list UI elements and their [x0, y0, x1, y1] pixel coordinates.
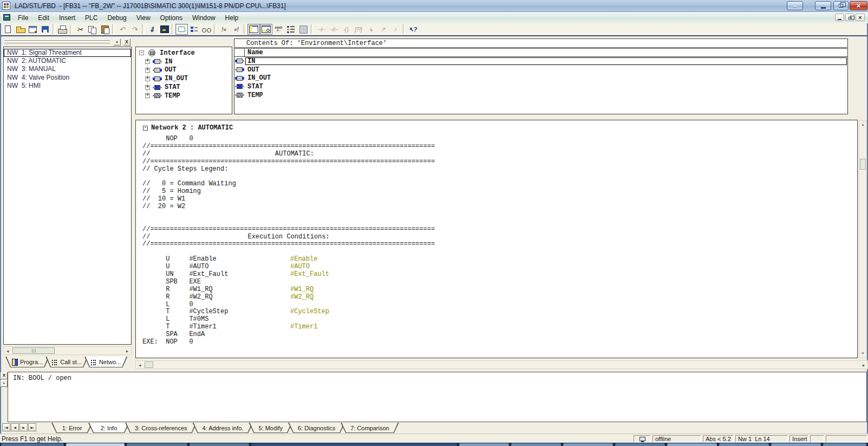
close-branch-icon[interactable]: ↱	[377, 24, 389, 35]
code-line[interactable]: R #W2_RQ#W2_RQ	[136, 293, 857, 301]
nav-next-tab[interactable]: ▶	[19, 423, 28, 431]
editor-vscrollbar[interactable]: ▲ ▼	[859, 120, 867, 358]
symbolic-representation-icon[interactable]: HHO ⊦--	[272, 24, 285, 35]
taskbar-button[interactable]	[771, 443, 821, 446]
network-overview-icon[interactable]	[297, 24, 310, 35]
tree-item-interface[interactable]: - Interface	[139, 49, 232, 57]
code-line[interactable]: EXE: NOP 0	[136, 338, 857, 346]
code-line[interactable]: //======================================…	[136, 143, 857, 150]
code-line[interactable]: L 0	[136, 301, 857, 308]
network-item-2[interactable]: NW 2: AUTOMATIC	[4, 57, 131, 65]
detail-close-button[interactable]: x	[1, 372, 8, 379]
menu-options[interactable]: Options	[155, 13, 187, 23]
editor-hscrollbar[interactable]: ◀ ▶	[135, 360, 868, 369]
help-cursor-icon[interactable]: ↖?	[407, 24, 419, 35]
menu-view[interactable]: View	[132, 13, 155, 23]
taskbar-button[interactable]	[190, 443, 249, 446]
code-line[interactable]: //======================================…	[136, 240, 857, 248]
code-line[interactable]: UN #Ext_Fault#Ext_Fault	[136, 270, 857, 278]
taskbar-button[interactable]	[511, 443, 561, 446]
code-line[interactable]	[136, 248, 857, 255]
code-line[interactable]: NOP 0	[136, 135, 857, 143]
tab-program-elements[interactable]: Progra...	[5, 357, 49, 367]
scroll-right-icon[interactable]: ▶	[860, 361, 867, 369]
redo-icon[interactable]: ↷	[128, 24, 141, 35]
code-line[interactable]: SPB EXE	[136, 278, 857, 286]
code-line[interactable]: // AUTOMATIC:	[136, 150, 857, 158]
row-temp[interactable]: TEMP	[234, 91, 847, 100]
environment-toggle-icon[interactable]	[175, 24, 188, 35]
code-line[interactable]	[136, 218, 857, 225]
panel-close-button[interactable]: x	[123, 38, 130, 46]
code-line[interactable]: // 0 = Command Waiting	[136, 180, 857, 188]
tree-item-in-out[interactable]: + IN_OUT	[145, 74, 232, 83]
taskbar-button[interactable]	[615, 443, 665, 446]
menu-window[interactable]: Window	[187, 13, 220, 23]
tree-item-stat[interactable]: + STAT	[145, 83, 232, 92]
open-icon[interactable]	[14, 24, 27, 35]
stl-code-editor[interactable]: - Network 2 : AUTOMATIC NOP 0 //========…	[135, 120, 858, 358]
taskbar-button[interactable]	[459, 443, 509, 446]
scrollbar-thumb[interactable]	[860, 159, 866, 170]
network-item-1[interactable]: NW 1: Signal Threatment	[4, 49, 131, 57]
open-online-icon[interactable]	[27, 24, 39, 35]
contact-nc-icon[interactable]: ⊣/⊢	[327, 24, 340, 35]
save-icon[interactable]	[39, 24, 51, 35]
close-button[interactable]: ×	[850, 1, 867, 10]
code-line[interactable]: //======================================…	[136, 225, 857, 233]
next-error-icon[interactable]: »!	[230, 24, 243, 35]
expand-icon[interactable]: +	[145, 85, 150, 90]
new-icon[interactable]	[2, 24, 14, 35]
taskbar-button[interactable]	[719, 443, 769, 446]
view-declaration-icon[interactable]	[247, 24, 260, 35]
taskbar-button[interactable]	[667, 443, 717, 446]
network-list-hscrollbar[interactable]: ◀ ▶	[3, 346, 132, 355]
network-item-3[interactable]: NW 3: MANUAL	[4, 65, 131, 73]
nav-previous-tab[interactable]: ◀	[11, 423, 19, 431]
taskbar-button[interactable]	[823, 443, 866, 446]
symbol-selection-icon[interactable]	[285, 24, 297, 35]
undo-icon[interactable]: ↶	[116, 24, 128, 35]
download-icon[interactable]: ⇓	[146, 24, 158, 35]
tree-item-in[interactable]: + IN	[145, 57, 232, 66]
code-line[interactable]: // Cycle Steps Legend:	[136, 165, 857, 173]
nav-last-tab[interactable]: ▶|	[28, 423, 36, 431]
code-line[interactable]	[136, 210, 857, 218]
code-line[interactable]: //======================================…	[136, 158, 857, 165]
menu-plc[interactable]: PLC	[80, 13, 102, 23]
collapse-icon[interactable]: -	[139, 50, 144, 55]
network-item-5[interactable]: NW 5: HMI	[4, 82, 131, 90]
code-line[interactable]: // Execution Conditions:	[136, 233, 857, 241]
document-icon[interactable]	[3, 14, 10, 21]
code-line[interactable]: T #Timer1#Timer1	[136, 323, 857, 331]
row-in-out[interactable]: IN_OUT	[234, 74, 847, 82]
tab-diagnostics[interactable]: 6: Diagnostics	[288, 423, 345, 433]
code-line[interactable]: L T#0MS	[136, 315, 857, 323]
menu-insert[interactable]: Insert	[54, 13, 80, 23]
scroll-left-icon[interactable]: ◀	[4, 347, 11, 354]
contact-no-icon[interactable]: ⊣⊢	[315, 24, 327, 35]
menu-file[interactable]: File	[13, 13, 33, 23]
mdi-close-button[interactable]: ×	[856, 14, 865, 21]
code-line[interactable]: // 20 = W2	[136, 203, 857, 210]
row-out[interactable]: OUT	[234, 66, 847, 74]
tab-address-info[interactable]: 4: Address info.	[193, 423, 253, 433]
code-line[interactable]: // 10 = W1	[136, 195, 857, 203]
taskbar-button[interactable]	[251, 443, 457, 446]
menu-help[interactable]: Help	[220, 13, 244, 23]
minimize-button[interactable]	[815, 1, 831, 10]
swap-button[interactable]: ⇔	[787, 1, 803, 10]
scroll-down-icon[interactable]: ▼	[859, 350, 866, 357]
glasses-icon[interactable]	[200, 24, 213, 35]
coil-icon[interactable]: -( )	[340, 24, 352, 35]
expand-icon[interactable]: +	[145, 93, 150, 98]
tree-item-temp[interactable]: + TEMP	[145, 92, 232, 100]
code-line[interactable]: U #Enable#Enable	[136, 255, 857, 263]
code-line[interactable]	[136, 172, 857, 180]
panel-grip[interactable]: ▼ x	[3, 38, 132, 46]
scrollbar-thumb[interactable]	[12, 347, 55, 354]
expand-icon[interactable]: +	[145, 59, 150, 64]
scroll-up-icon[interactable]: ▲	[859, 121, 866, 128]
scrollbar-thumb[interactable]	[145, 361, 153, 368]
tab-error[interactable]: 1: Error	[51, 423, 93, 433]
